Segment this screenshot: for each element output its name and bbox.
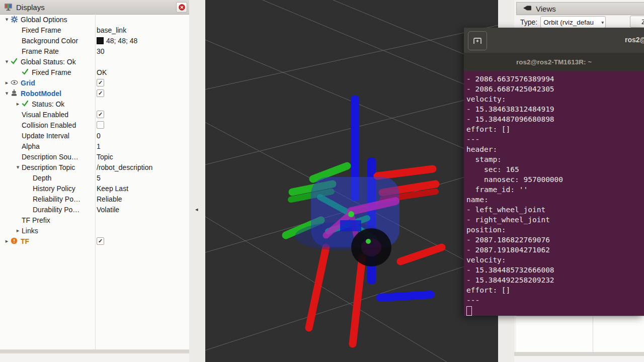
terminal-lines: - 2086.6637576389994- 2086.6687425042305… — [466, 74, 644, 305]
rviz-window: Displays ▾Global OptionsFixed Framebase_… — [0, 0, 644, 362]
tree-row[interactable]: ▾Global Options — [0, 14, 189, 25]
panel-splitter-left[interactable]: ◂ — [189, 0, 205, 362]
property-value[interactable]: 0 — [97, 130, 101, 141]
views-panel-header[interactable]: Views — [516, 2, 644, 15]
tree-row[interactable]: Frame Rate30 — [0, 46, 189, 56]
property-label: Global Status: Ok — [21, 58, 76, 66]
property-value[interactable]: base_link — [97, 25, 126, 35]
expander-closed-icon[interactable]: ▸ — [14, 101, 22, 107]
color-swatch — [97, 37, 104, 44]
views-list-column-divider — [593, 316, 593, 352]
terminal-cursor — [466, 306, 472, 316]
property-checkbox[interactable]: ✓ — [97, 111, 104, 118]
tree-row[interactable]: Background Color48; 48; 48 — [0, 35, 189, 46]
property-value[interactable]: Volatile — [97, 204, 119, 215]
terminal-line: --- — [466, 295, 644, 305]
terminal-line: - 15.384487096680898 — [466, 114, 644, 124]
terminal-tab-title[interactable]: ros2@ros2-TM1613R: ~ — [516, 58, 592, 66]
views-panel-title: Views — [536, 5, 556, 13]
check-icon — [22, 68, 30, 76]
tree-row[interactable]: Durability Po…Volatile — [0, 204, 189, 215]
view-type-label: Type: — [520, 18, 537, 26]
property-label: Depth — [33, 174, 51, 182]
tree-row[interactable]: ▾Description Topic/robot_description — [0, 162, 189, 172]
property-value[interactable]: 30 — [97, 46, 105, 56]
terminal-tabbar[interactable]: ros2@ros2-TM1613R: ~ — [464, 53, 644, 71]
tree-row[interactable]: ▸Grid✓ — [0, 77, 189, 88]
terminal-line: effort: [] — [466, 124, 644, 134]
property-value: ✓ — [97, 236, 104, 246]
expander-closed-icon[interactable]: ▸ — [14, 227, 22, 234]
tree-row[interactable]: ▸Links — [0, 225, 189, 236]
property-checkbox[interactable]: ✓ — [97, 89, 104, 97]
tree-row[interactable]: Fixed Framebase_link — [0, 25, 189, 35]
tree-row[interactable]: History PolicyKeep Last — [0, 183, 189, 194]
check-icon — [22, 100, 30, 108]
tree-row[interactable]: ▸TF✓ — [0, 236, 189, 246]
tree-row[interactable]: ▾RobotModel✓ — [0, 88, 189, 99]
new-tab-icon — [472, 36, 482, 45]
tree-row[interactable]: Fixed FrameOK — [0, 67, 189, 77]
property-value[interactable]: Keep Last — [97, 183, 128, 194]
property-label: History Policy — [33, 185, 75, 193]
terminal-titlebar[interactable]: ros2@ — [464, 28, 644, 53]
views-panel-footer — [514, 356, 644, 362]
property-checkbox[interactable]: ✓ — [97, 237, 104, 245]
expander-open-icon[interactable]: ▾ — [3, 90, 11, 97]
tree-row[interactable]: Reliability Po…Reliable — [0, 194, 189, 204]
expander-open-icon[interactable]: ▾ — [14, 164, 22, 170]
3d-viewport[interactable] — [205, 0, 498, 362]
terminal-line: - 15.384485732666008 — [466, 265, 644, 275]
property-value[interactable]: Reliable — [97, 194, 122, 204]
property-value[interactable]: 1 — [97, 141, 101, 151]
expander-open-icon[interactable]: ▾ — [3, 58, 11, 65]
tree-row[interactable]: ▸Status: Ok — [0, 99, 189, 109]
tree-row[interactable]: TF Prefix — [0, 215, 189, 225]
views-list[interactable] — [516, 316, 644, 352]
tree-row[interactable]: Description Sou…Topic — [0, 151, 189, 162]
terminal-line: stamp: — [466, 154, 644, 164]
tree-row[interactable]: Depth5 — [0, 172, 189, 183]
tree-row[interactable]: ▾Global Status: Ok — [0, 56, 189, 67]
property-checkbox[interactable]: ✓ — [97, 79, 104, 86]
collapse-panel-arrow-icon[interactable]: ◂ — [195, 206, 198, 213]
terminal-line: - left_wheel_joint — [466, 205, 644, 215]
property-value: ✓ — [97, 88, 104, 99]
view-type-dropdown[interactable]: Orbit (rviz_defau ▾ — [540, 16, 606, 28]
expander-closed-icon[interactable]: ▸ — [3, 79, 11, 86]
tree-row[interactable]: Collision Enabled — [0, 120, 189, 130]
property-value[interactable]: Topic — [97, 151, 113, 162]
terminal-output[interactable]: - 2086.6637576389994- 2086.6687425042305… — [464, 71, 644, 316]
property-label: Status: Ok — [32, 100, 64, 108]
expander-open-icon[interactable]: ▾ — [3, 16, 11, 23]
zero-button[interactable]: Ze — [630, 16, 644, 28]
displays-panel: Displays ▾Global OptionsFixed Framebase_… — [0, 0, 189, 362]
robot-model — [286, 96, 442, 344]
property-checkbox[interactable] — [97, 121, 104, 129]
tree-column-divider[interactable] — [95, 14, 96, 349]
property-label: Fixed Frame — [22, 26, 61, 34]
new-tab-button[interactable] — [468, 31, 487, 50]
terminal-line: sec: 165 — [466, 164, 644, 174]
tree-row[interactable]: Update Interval0 — [0, 130, 189, 141]
view-type-value: Orbit (rviz_defau — [543, 19, 594, 26]
terminal-line: velocity: — [466, 255, 644, 265]
terminal-line: --- — [466, 134, 644, 144]
displays-panel-scrollbar[interactable] — [0, 349, 189, 353]
property-value[interactable]: 48; 48; 48 — [106, 37, 137, 45]
property-value[interactable]: 5 — [97, 172, 101, 183]
tree-row[interactable]: Visual Enabled✓ — [0, 109, 189, 120]
close-button[interactable] — [176, 2, 187, 13]
views-panel-scrollbar[interactable] — [514, 352, 644, 356]
property-value[interactable]: /robot_description — [97, 162, 152, 172]
terminal-window[interactable]: ros2@ ros2@ros2-TM1613R: ~ - 2086.663757… — [464, 28, 644, 316]
property-label: RobotModel — [21, 89, 61, 98]
robot-model-render — [205, 0, 498, 362]
displays-panel-header[interactable]: Displays — [0, 0, 189, 15]
expander-closed-icon[interactable]: ▸ — [3, 238, 11, 244]
terminal-line: effort: [] — [466, 285, 644, 295]
property-value[interactable]: OK — [97, 67, 107, 77]
tree-row[interactable]: Alpha1 — [0, 141, 189, 151]
terminal-window-title: ros2@ — [625, 36, 644, 44]
property-label: Update Interval — [22, 132, 69, 140]
